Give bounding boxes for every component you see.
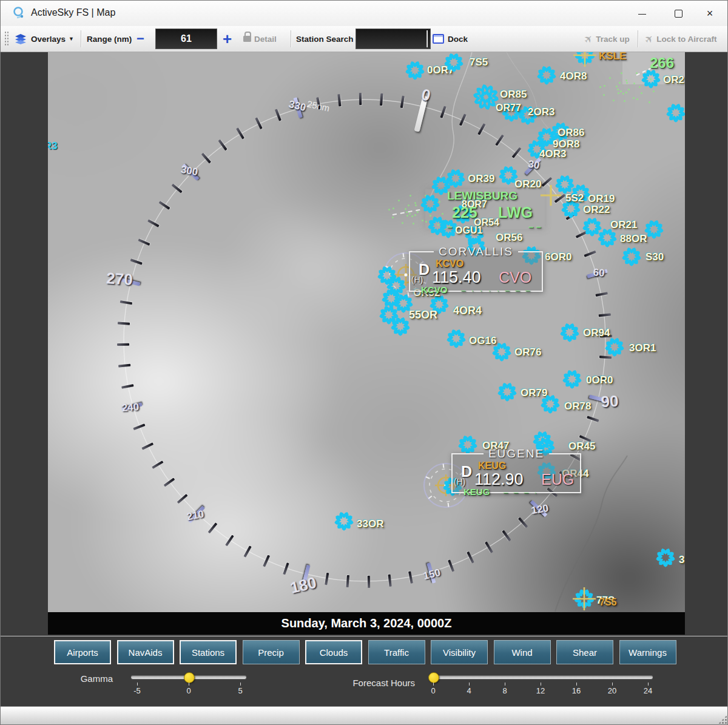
overlays-button[interactable]: Overlays ▼ <box>14 26 74 52</box>
forecast-tick-label: 12 <box>536 686 545 695</box>
navaid-infobox-eugene: EUGENE D KEUG (H) 112.90 EUG KEUG – – – … <box>451 447 581 493</box>
airport-ring-icon <box>403 58 427 83</box>
compass-label-240: 240 <box>121 401 140 414</box>
navaid-code: EUG <box>541 471 574 488</box>
gamma-tick-label: 0 <box>186 686 190 695</box>
map-label-lwg: LWG <box>498 205 533 220</box>
precip-dot <box>613 99 615 101</box>
forecast-label: Forecast Hours <box>331 678 415 688</box>
airport-ring-icon <box>490 340 514 364</box>
navaid-morse-code: – · · · · – – – <box>461 286 532 295</box>
title-bar: ActiveSky FS | Map × <box>1 1 728 27</box>
airport-ring-icon <box>653 545 678 570</box>
resize-grip[interactable] <box>718 715 727 724</box>
airport-label-3or1: 3OR1 <box>629 343 656 353</box>
detail-button[interactable]: Detail <box>243 26 277 52</box>
airport-label-or76: OR76 <box>514 347 541 357</box>
map-canvas[interactable]: 030609012015018021024027030033025nm 0OR7… <box>48 52 685 612</box>
map-label-or19: OR19 <box>588 194 615 204</box>
station-search-input[interactable] <box>356 29 431 49</box>
map-label-or22: OR22 <box>583 204 610 215</box>
forecast-tick <box>505 683 505 686</box>
map-label-88or: 88OR <box>620 234 647 244</box>
layer-button-stations[interactable]: Stations <box>180 640 237 664</box>
airport-label-or39: OR39 <box>468 174 494 184</box>
airport-ring-icon <box>418 192 442 216</box>
airport-label-s30: S30 <box>645 252 664 262</box>
precip-dot <box>619 82 621 84</box>
airport-ring-icon <box>619 244 644 269</box>
range-label: Range (nm) <box>87 26 132 52</box>
track-up-button[interactable]: ✈ Track up <box>584 26 630 52</box>
infobox-title: EUGENE <box>484 447 549 460</box>
window-title: ActiveSky FS | Map <box>31 7 115 18</box>
layer-button-traffic[interactable]: Traffic <box>368 640 425 664</box>
forecast-tick-label: 0 <box>431 686 435 695</box>
map-label-ksle: KSLE <box>599 52 626 61</box>
airport-ring-icon <box>534 63 559 87</box>
forecast-tick <box>576 683 577 686</box>
layer-button-airports[interactable]: Airports <box>54 640 111 664</box>
map-label-7s5: 7S5 <box>599 598 616 607</box>
toolbar: Overlays ▼ Range (nm) − 61 + Detail Stat… <box>1 26 728 52</box>
dock-window-icon <box>433 34 444 44</box>
map-label-266: 266 <box>650 56 674 70</box>
map-label-ogu1: OGU1 <box>455 226 482 235</box>
map-label-2or3: 2OR3 <box>528 107 554 117</box>
station-search-label: Station Search <box>296 26 354 52</box>
layer-button-clouds[interactable]: Clouds <box>305 640 362 664</box>
lock-to-aircraft-button[interactable]: ✈ Lock to Aircraft <box>645 26 717 52</box>
gamma-tick-label: -5 <box>133 686 141 695</box>
airport-label-0or0: 0OR0 <box>586 375 613 385</box>
forecast-tick <box>433 683 434 686</box>
minimize-button[interactable] <box>628 4 656 22</box>
forecast-tick-label: 8 <box>502 686 507 695</box>
compass-tick <box>359 93 362 105</box>
map-label-or77: OR77 <box>496 103 521 113</box>
forecast-slider-track[interactable] <box>428 675 653 679</box>
compass-label-270: 270 <box>106 269 133 290</box>
forecast-tick <box>648 683 649 686</box>
map-label-55or: 55OR <box>409 309 437 320</box>
gamma-slider-thumb[interactable] <box>184 672 195 683</box>
forecast-slider-thumb[interactable] <box>428 672 439 683</box>
layer-button-navaids[interactable]: NavAids <box>117 640 174 664</box>
forecast-tick-label: 16 <box>572 686 581 695</box>
airport-label-or85: OR85 <box>500 89 527 99</box>
airport-ring-icon <box>560 367 584 391</box>
airport-label-6or0: 6OR0 <box>545 252 571 262</box>
status-bar <box>1 706 728 725</box>
gamma-tick <box>240 683 241 686</box>
activesky-logo-icon <box>12 5 27 21</box>
layer-button-precip[interactable]: Precip <box>243 640 300 664</box>
navaid-alt-flag: (H) <box>411 275 423 285</box>
close-button[interactable]: × <box>696 4 724 22</box>
dock-button[interactable]: Dock <box>433 26 468 52</box>
range-minus-button[interactable]: − <box>136 26 144 52</box>
range-plus-button[interactable]: + <box>223 26 232 52</box>
airport-ring-icon <box>570 52 599 70</box>
airport-ring-icon <box>602 335 627 359</box>
airport-label-or2: OR2 <box>663 75 684 85</box>
forecast-tick-label: 24 <box>644 686 652 695</box>
compass-tick <box>117 343 129 346</box>
layer-button-warnings[interactable]: Warnings <box>619 640 676 664</box>
layer-button-visibility[interactable]: Visibility <box>431 640 488 664</box>
maximize-button[interactable] <box>664 4 692 22</box>
airport-ring-icon <box>444 326 468 351</box>
navaid-code: CVO <box>499 269 531 286</box>
range-value-box[interactable]: 61 <box>155 26 217 52</box>
airport-label-or78: OR78 <box>564 401 591 411</box>
layer-button-wind[interactable]: Wind <box>494 640 551 664</box>
airport-label-33or: 33OR <box>357 519 383 529</box>
map-label-or56: OR56 <box>496 232 522 243</box>
lock-icon <box>243 36 251 42</box>
navaid-ident-morse: KCVO <box>421 285 447 295</box>
activesky-window: { "window": {"title": "ActiveSky FS | Ma… <box>0 0 728 725</box>
precip-dot <box>398 200 400 201</box>
precip-dot <box>625 92 627 93</box>
toolbar-grip[interactable] <box>4 31 9 47</box>
layer-button-shear[interactable]: Shear <box>556 640 613 664</box>
gamma-tick-label: 5 <box>238 686 242 695</box>
compass-label-300: 300 <box>180 163 198 178</box>
